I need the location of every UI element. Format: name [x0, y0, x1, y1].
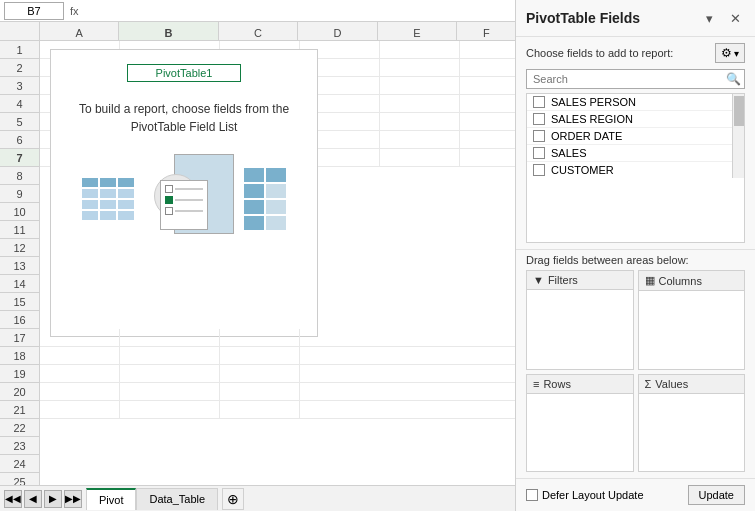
drop-zone-filters-header: ▼ Filters [527, 271, 633, 290]
row-header-25[interactable]: 25 [0, 473, 39, 485]
field-item-sales[interactable]: SALES [527, 145, 744, 162]
name-box[interactable]: B7 [4, 2, 64, 20]
row-header-1[interactable]: 1 [0, 41, 39, 59]
filters-content[interactable] [527, 290, 633, 369]
field-item-sales-region[interactable]: SALES REGION [527, 111, 744, 128]
col-header-f[interactable]: F [457, 22, 517, 40]
drop-zone-rows-header: ≡ Rows [527, 375, 633, 394]
field-label-sales-person: SALES PERSON [551, 96, 636, 108]
rows-label: Rows [543, 378, 571, 390]
drop-zone-filters[interactable]: ▼ Filters [526, 270, 634, 370]
row-header-22[interactable]: 22 [0, 419, 39, 437]
panel-header: PivotTable Fields ▾ ✕ [516, 0, 755, 37]
col-header-d[interactable]: D [298, 22, 377, 40]
row-header-18[interactable]: 18 [0, 347, 39, 365]
row-header-10[interactable]: 10 [0, 203, 39, 221]
row-header-15[interactable]: 15 [0, 293, 39, 311]
row-header-21[interactable]: 21 [0, 401, 39, 419]
search-input[interactable] [526, 69, 745, 89]
settings-button[interactable]: ⚙ ▾ [715, 43, 745, 63]
search-icon: 🔍 [726, 72, 741, 86]
row-header-7[interactable]: 7 [0, 149, 39, 167]
field-label-sales: SALES [551, 147, 586, 159]
filters-label: Filters [548, 274, 578, 286]
panel-close-icon[interactable]: ✕ [725, 8, 745, 28]
fields-list[interactable]: SALES PERSON SALES REGION ORDER DATE SAL… [526, 93, 745, 243]
field-label-order-date: ORDER DATE [551, 130, 622, 142]
row-header-16[interactable]: 16 [0, 311, 39, 329]
drop-zone-values-header: Σ Values [639, 375, 745, 394]
drop-zones: ▼ Filters ▦ Columns ≡ Rows [516, 270, 755, 478]
row-header-24[interactable]: 24 [0, 455, 39, 473]
col-header-b[interactable]: B [119, 22, 218, 40]
row-header-9[interactable]: 9 [0, 185, 39, 203]
row-header-8[interactable]: 8 [0, 167, 39, 185]
field-checkbox-customer[interactable] [533, 164, 545, 176]
drop-zone-rows[interactable]: ≡ Rows [526, 374, 634, 473]
row-header-20[interactable]: 20 [0, 383, 39, 401]
row-header-5[interactable]: 5 [0, 113, 39, 131]
drop-zone-columns[interactable]: ▦ Columns [638, 270, 746, 370]
gear-icon: ⚙ [721, 46, 732, 60]
defer-checkbox[interactable] [526, 489, 538, 501]
tab-nav-prev[interactable]: ◀ [24, 490, 42, 508]
row-header-23[interactable]: 23 [0, 437, 39, 455]
tab-navigation: ◀◀ ◀ ▶ ▶▶ [4, 490, 82, 508]
fields-scrollbar[interactable] [732, 94, 744, 178]
tab-nav-next[interactable]: ▶ [44, 490, 62, 508]
sheet-tab-pivot[interactable]: Pivot [86, 488, 136, 510]
row-header-14[interactable]: 14 [0, 275, 39, 293]
field-checkbox-sales-person[interactable] [533, 96, 545, 108]
row-header-4[interactable]: 4 [0, 95, 39, 113]
defer-label[interactable]: Defer Layout Update [526, 489, 644, 501]
filters-icon: ▼ [533, 274, 544, 286]
add-sheet-button[interactable]: ⊕ [222, 488, 244, 510]
row-header-11[interactable]: 11 [0, 221, 39, 239]
row-header-3[interactable]: 3 [0, 77, 39, 95]
values-icon: Σ [645, 378, 652, 390]
choose-label: Choose fields to add to report: [526, 47, 673, 59]
scrollbar-thumb[interactable] [734, 96, 744, 126]
field-label-sales-region: SALES REGION [551, 113, 633, 125]
defer-row: Defer Layout Update Update [516, 478, 755, 511]
field-label-customer: CUSTOMER [551, 164, 614, 176]
columns-label: Columns [659, 275, 702, 287]
checklist-illustration [144, 154, 234, 244]
field-checkbox-sales[interactable] [533, 147, 545, 159]
values-content[interactable] [639, 394, 745, 472]
pivot-result-icon [244, 168, 286, 230]
row-headers: 1 2 3 4 5 6 7 8 9 10 11 12 13 14 15 16 1 [0, 41, 40, 485]
pivot-panel: PivotTable Fields ▾ ✕ Choose fields to a… [515, 0, 755, 511]
dropdown-arrow: ▾ [734, 48, 739, 59]
field-item-sales-person[interactable]: SALES PERSON [527, 94, 744, 111]
field-item-customer[interactable]: CUSTOMER [527, 162, 744, 178]
col-header-c[interactable]: C [219, 22, 298, 40]
tab-nav-last[interactable]: ▶▶ [64, 490, 82, 508]
row-header-6[interactable]: 6 [0, 131, 39, 149]
col-header-a[interactable]: A [40, 22, 119, 40]
pivot-title: PivotTable1 [127, 64, 242, 82]
field-checkbox-sales-region[interactable] [533, 113, 545, 125]
rows-content[interactable] [527, 394, 633, 472]
row-header-12[interactable]: 12 [0, 239, 39, 257]
tab-nav-first[interactable]: ◀◀ [4, 490, 22, 508]
row-header-13[interactable]: 13 [0, 257, 39, 275]
col-header-e[interactable]: E [378, 22, 457, 40]
choose-fields-row: Choose fields to add to report: ⚙ ▾ [516, 37, 755, 65]
row-header-2[interactable]: 2 [0, 59, 39, 77]
columns-content[interactable] [639, 291, 745, 369]
drop-zone-columns-header: ▦ Columns [639, 271, 745, 291]
sheet-tab-data-table[interactable]: Data_Table [136, 488, 218, 510]
row-header-17[interactable]: 17 [0, 329, 39, 347]
update-button[interactable]: Update [688, 485, 745, 505]
panel-title: PivotTable Fields [526, 10, 640, 26]
row-header-19[interactable]: 19 [0, 365, 39, 383]
drop-zone-values[interactable]: Σ Values [638, 374, 746, 473]
columns-icon: ▦ [645, 274, 655, 287]
pivot-description: To build a report, choose fields from th… [61, 100, 307, 136]
field-checkbox-order-date[interactable] [533, 130, 545, 142]
defer-text: Defer Layout Update [542, 489, 644, 501]
panel-dropdown-icon[interactable]: ▾ [699, 8, 719, 28]
field-item-order-date[interactable]: ORDER DATE [527, 128, 744, 145]
panel-header-icons: ▾ ✕ [699, 8, 745, 28]
